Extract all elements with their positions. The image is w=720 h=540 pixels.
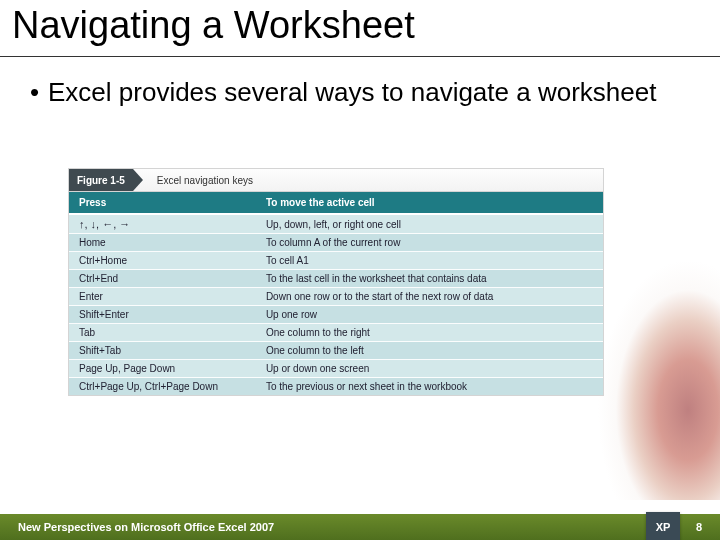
cell-desc: One column to the right: [256, 324, 603, 342]
cell-key: ↑, ↓, ←, →: [69, 214, 256, 234]
figure-container: Figure 1-5 Excel navigation keys Press T…: [68, 168, 604, 396]
cell-desc: Up one row: [256, 306, 603, 324]
slide-title: Navigating a Worksheet: [12, 4, 415, 47]
cell-key: Shift+Enter: [69, 306, 256, 324]
nav-keys-table: Press To move the active cell ↑, ↓, ←, →…: [69, 192, 603, 395]
cell-desc: Down one row or to the start of the next…: [256, 288, 603, 306]
cell-desc: One column to the left: [256, 342, 603, 360]
cell-desc: Up, down, left, or right one cell: [256, 214, 603, 234]
cell-desc: To column A of the current row: [256, 234, 603, 252]
table-row: Ctrl+EndTo the last cell in the workshee…: [69, 270, 603, 288]
cell-desc: To the last cell in the worksheet that c…: [256, 270, 603, 288]
table-row: Shift+EnterUp one row: [69, 306, 603, 324]
figure-number: Figure 1-5: [69, 169, 133, 191]
cell-key: Tab: [69, 324, 256, 342]
cell-key: Ctrl+End: [69, 270, 256, 288]
table-row: Ctrl+HomeTo cell A1: [69, 252, 603, 270]
table-row: Ctrl+Page Up, Ctrl+Page DownTo the previ…: [69, 378, 603, 396]
bullet-text: Excel provides several ways to navigate …: [48, 77, 656, 107]
footer-page: 8: [696, 521, 702, 533]
cell-desc: To the previous or next sheet in the wor…: [256, 378, 603, 396]
table-row: TabOne column to the right: [69, 324, 603, 342]
table-row: ↑, ↓, ←, →Up, down, left, or right one c…: [69, 214, 603, 234]
footer-book: New Perspectives on Microsoft Office Exc…: [18, 521, 274, 533]
cell-key: Ctrl+Home: [69, 252, 256, 270]
xp-badge: XP: [646, 512, 680, 540]
table-row: EnterDown one row or to the start of the…: [69, 288, 603, 306]
col-action: To move the active cell: [256, 192, 603, 214]
table-header-row: Press To move the active cell: [69, 192, 603, 214]
table-row: Page Up, Page DownUp or down one screen: [69, 360, 603, 378]
table-row: Shift+TabOne column to the left: [69, 342, 603, 360]
figure-caption-bar: Figure 1-5 Excel navigation keys: [69, 169, 603, 192]
col-press: Press: [69, 192, 256, 214]
footer-bar: New Perspectives on Microsoft Office Exc…: [0, 514, 720, 540]
cell-desc: To cell A1: [256, 252, 603, 270]
cell-desc: Up or down one screen: [256, 360, 603, 378]
cell-key: Shift+Tab: [69, 342, 256, 360]
bullet-dot: •: [30, 78, 48, 108]
figure-arrow-icon: [133, 169, 143, 191]
cell-key: Ctrl+Page Up, Ctrl+Page Down: [69, 378, 256, 396]
cell-key: Enter: [69, 288, 256, 306]
bullet-item: •Excel provides several ways to navigate…: [30, 78, 670, 108]
cell-key: Page Up, Page Down: [69, 360, 256, 378]
figure-title: Excel navigation keys: [143, 175, 253, 186]
title-rule: [0, 56, 720, 57]
table-row: HomeTo column A of the current row: [69, 234, 603, 252]
cell-key: Home: [69, 234, 256, 252]
